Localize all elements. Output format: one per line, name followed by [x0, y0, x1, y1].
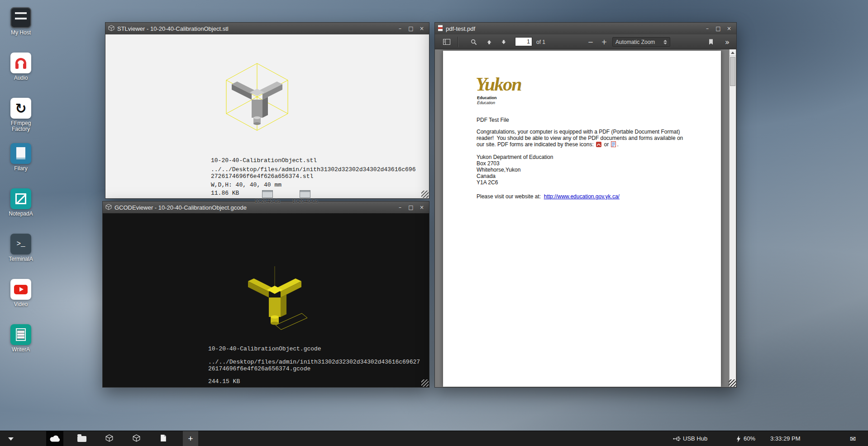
- address-line: Box 2703: [477, 160, 553, 167]
- desktop-icon-audio[interactable]: Audio: [1, 53, 41, 98]
- page-number-input[interactable]: [515, 37, 532, 46]
- taskbar-add-button[interactable]: +: [183, 431, 198, 446]
- previous-page-button[interactable]: [483, 36, 496, 48]
- usb-hub-label[interactable]: USB Hub: [683, 435, 707, 442]
- desktop-icon-notepada[interactable]: NotepadA: [1, 188, 41, 234]
- resize-grip[interactable]: [729, 379, 736, 387]
- next-page-button[interactable]: [497, 36, 510, 48]
- stl-window-titlebar[interactable]: STLviewer - 10-20-40-CalibrationObject.s…: [105, 23, 429, 34]
- paragraph-line: our site. PDF forms are indicated by the…: [477, 141, 721, 149]
- icon-label: NotepadA: [1, 211, 41, 217]
- zoom-in-button[interactable]: +: [598, 36, 610, 48]
- close-button[interactable]: ×: [417, 25, 426, 33]
- resize-grip[interactable]: [421, 191, 429, 198]
- pdf-heading: PDF Test File: [477, 117, 509, 123]
- pdf-window-titlebar[interactable]: pdf-test.pdf – □ ×: [435, 23, 736, 34]
- pdf-scrollbar[interactable]: [729, 49, 736, 387]
- paragraph-line: reader! You should be able to view any o…: [477, 135, 721, 141]
- battery-percentage[interactable]: 60%: [744, 435, 755, 442]
- stl-viewport[interactable]: 10-20-40-CalibrationObject.stl ../../Des…: [105, 34, 429, 198]
- maximize-button[interactable]: □: [714, 25, 723, 33]
- icon-label: WriterA: [1, 347, 41, 353]
- taskbar-app-gcodeviewer[interactable]: [129, 431, 144, 446]
- desktop-icon-terminala[interactable]: >_ TerminalA: [1, 234, 41, 279]
- taskbar-files-button[interactable]: [74, 431, 90, 446]
- icon-label: FFmpeg Factory: [1, 120, 41, 132]
- gcodeviewer-window: GCODEviewer - 10-20-40-CalibrationObject…: [102, 201, 429, 388]
- desktop-icon-video[interactable]: Video: [1, 279, 41, 324]
- terminal-icon: >_: [10, 234, 31, 254]
- gcode-window-title: GCODEviewer - 10-20-40-CalibrationObject…: [114, 204, 393, 211]
- address-line: Canada: [477, 173, 553, 179]
- gcode-3d-model: [234, 261, 315, 342]
- mail-icon[interactable]: ✉: [850, 435, 856, 443]
- desktop-file-gcode[interactable]: 10-20-40-Ca: [288, 190, 322, 204]
- taskbar-app-stlviewer[interactable]: [101, 431, 117, 446]
- cloud-icon: [49, 435, 60, 443]
- select-arrows-icon: [663, 40, 667, 44]
- battery-charging-icon: [736, 436, 741, 444]
- minimize-button[interactable]: –: [396, 204, 405, 211]
- address-block: Yukon Department of Education Box 2703 W…: [477, 154, 553, 186]
- writer-icon: [10, 324, 31, 345]
- taskbar-app-pdfviewer[interactable]: [156, 431, 171, 446]
- toolbar-overflow-button[interactable]: »: [721, 36, 734, 48]
- acrobat-pdf-icon: [596, 142, 601, 149]
- pdf-form-icon: [611, 141, 616, 149]
- website-label: Please visit our website at:: [477, 193, 541, 200]
- zoom-out-button[interactable]: −: [584, 36, 597, 48]
- gcode-file-info: 10-20-40-CalibrationObject.gcode ../../D…: [208, 345, 420, 385]
- cube-icon: [105, 434, 113, 443]
- loop-arrows-icon: ↻: [10, 98, 31, 119]
- stl-filename: 10-20-40-CalibrationObject.stl: [211, 157, 415, 164]
- cube-icon: [133, 434, 140, 443]
- clock[interactable]: 3:33:29 PM: [770, 435, 801, 442]
- gcode-viewport[interactable]: 10-20-40-CalibrationObject.gcode ../../D…: [103, 213, 429, 387]
- file-icon: [300, 190, 310, 198]
- taskbar: + USB Hub 60% 3:33:29 PM ✉: [0, 431, 868, 446]
- taskbar-launcher-cloud[interactable]: [46, 431, 63, 446]
- icon-label: Audio: [1, 75, 41, 81]
- desktop-icon-writera[interactable]: WriterA: [1, 324, 41, 369]
- search-button[interactable]: [467, 36, 480, 48]
- taskbar-menu-caret[interactable]: [8, 437, 14, 441]
- file-manager-icon: [10, 143, 31, 164]
- stl-3d-model: [219, 61, 296, 142]
- paragraph-period: .: [617, 141, 618, 148]
- bookmark-button[interactable]: [705, 36, 717, 48]
- website-link[interactable]: http://www.education.gov.yk.ca/: [544, 193, 620, 200]
- video-player-icon: [10, 279, 31, 300]
- stl-window-title: STLviewer - 10-20-40-CalibrationObject.s…: [117, 25, 393, 32]
- pdf-paragraph: Congratulations, your computer is equipp…: [477, 129, 721, 149]
- scrollbar-thumb[interactable]: [730, 57, 735, 86]
- pdf-document-area[interactable]: Yukon Education Éducation PDF Test File …: [435, 49, 736, 387]
- maximize-button[interactable]: □: [406, 25, 415, 33]
- gcode-path-line1: ../../Desktop/files/admin/inith31302d323…: [208, 359, 420, 365]
- icon-label: TerminalA: [1, 256, 41, 262]
- my-host-icon: [10, 7, 31, 28]
- zoom-select-value: Automatic Zoom: [615, 39, 655, 45]
- file-label: 10-20-40-Ca: [250, 199, 285, 204]
- scroll-up-icon: [731, 52, 734, 54]
- minimize-button[interactable]: –: [396, 25, 405, 33]
- desktop-file-stl[interactable]: 10-20-40-Ca: [250, 190, 285, 204]
- scroll-up-button[interactable]: [730, 49, 736, 56]
- maximize-button[interactable]: □: [406, 204, 415, 211]
- address-line: Y1A 2C6: [477, 179, 553, 186]
- gcode-filesize: 244.15 KB: [208, 378, 420, 385]
- toolbar-separator: [458, 37, 458, 47]
- close-button[interactable]: ×: [417, 204, 426, 211]
- gcode-filename: 10-20-40-CalibrationObject.gcode: [208, 345, 420, 352]
- minimize-button[interactable]: –: [703, 25, 712, 33]
- address-line: Whitehorse,Yukon: [477, 167, 553, 173]
- resize-grip[interactable]: [421, 379, 429, 387]
- logo-education-label: Education: [477, 96, 497, 100]
- window-controls: – □ ×: [703, 25, 734, 33]
- close-button[interactable]: ×: [725, 25, 734, 33]
- desktop-icon-filary[interactable]: Filary: [1, 143, 41, 188]
- desktop-icon-my-host[interactable]: My Host: [1, 7, 41, 53]
- zoom-select[interactable]: Automatic Zoom: [612, 37, 670, 47]
- pdf-toolbar: of 1 − + Automatic Zoom »: [435, 34, 736, 49]
- sidebar-toggle-button[interactable]: [440, 36, 453, 48]
- desktop-icon-ffmpeg-factory[interactable]: ↻ FFmpeg Factory: [1, 98, 41, 143]
